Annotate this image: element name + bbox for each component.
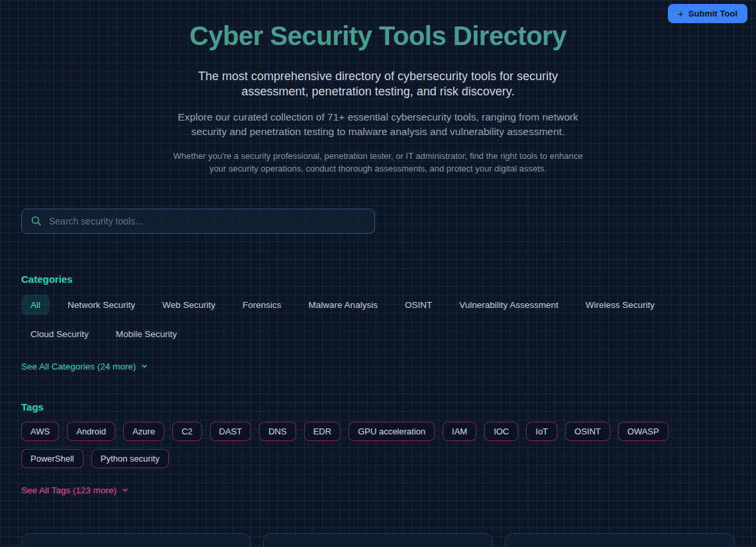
tool-card[interactable]: Wireshark Network protocol analyzer for … bbox=[263, 533, 493, 547]
chevron-down-icon bbox=[140, 362, 148, 370]
category-list: AllNetwork SecurityWeb SecurityForensics… bbox=[21, 295, 735, 344]
hero-tagline: Whether you're a security professional, … bbox=[173, 150, 584, 175]
see-all-categories-label: See All Categories (24 more) bbox=[21, 362, 136, 372]
plus-icon: + bbox=[678, 9, 684, 19]
tag-list: AWSAndroidAzureC2DASTDNSEDRGPU accelerat… bbox=[21, 422, 735, 468]
tag-pill[interactable]: EDR bbox=[304, 422, 341, 441]
tag-pill[interactable]: GPU acceleration bbox=[349, 422, 435, 441]
categories-heading: Categories bbox=[21, 274, 735, 285]
category-pill[interactable]: Forensics bbox=[233, 295, 291, 315]
chevron-down-icon bbox=[121, 486, 129, 494]
tag-pill[interactable]: Android bbox=[67, 422, 115, 441]
see-all-categories-link[interactable]: See All Categories (24 more) bbox=[21, 362, 148, 372]
tag-pill[interactable]: IoT bbox=[526, 422, 557, 441]
category-pill[interactable]: Web Security bbox=[153, 295, 225, 315]
tags-section: Tags AWSAndroidAzureC2DASTDNSEDRGPU acce… bbox=[21, 401, 735, 496]
hero-subtitle: The most comprehensive directory of cybe… bbox=[197, 69, 559, 99]
hero-section: + Submit Tool Cyber Security Tools Direc… bbox=[21, 0, 735, 175]
search-bar[interactable] bbox=[21, 209, 375, 234]
category-pill[interactable]: Vulnerability Assessment bbox=[450, 295, 568, 315]
category-pill[interactable]: Network Security bbox=[58, 295, 144, 315]
see-all-tags-link[interactable]: See All Tags (123 more) bbox=[21, 485, 129, 495]
tag-pill[interactable]: Azure bbox=[123, 422, 164, 441]
search-icon bbox=[30, 215, 42, 226]
tag-pill[interactable]: IAM bbox=[443, 422, 476, 441]
search-input[interactable] bbox=[49, 216, 366, 226]
category-pill[interactable]: OSINT bbox=[396, 295, 441, 315]
tag-pill[interactable]: AWS bbox=[21, 422, 59, 441]
submit-tool-label: Submit Tool bbox=[688, 9, 737, 19]
category-pill[interactable]: Malware Analysis bbox=[299, 295, 387, 315]
hero-description: Explore our curated collection of 71+ es… bbox=[171, 110, 585, 140]
see-all-tags-label: See All Tags (123 more) bbox=[21, 485, 117, 495]
tag-pill[interactable]: IOC bbox=[484, 422, 518, 441]
category-pill[interactable]: Mobile Security bbox=[107, 324, 186, 344]
category-pill[interactable]: All bbox=[21, 295, 50, 315]
tag-pill[interactable]: DAST bbox=[210, 422, 252, 441]
category-pill[interactable]: Wireless Security bbox=[576, 295, 664, 315]
cyber-security-tools-directory-page: + Submit Tool Cyber Security Tools Direc… bbox=[0, 0, 756, 547]
tool-card[interactable]: Burp Suite Integrated platform for web a… bbox=[505, 533, 735, 547]
tag-pill[interactable]: DNS bbox=[259, 422, 296, 441]
tag-pill[interactable]: OSINT bbox=[565, 422, 610, 441]
tag-pill[interactable]: Python security bbox=[91, 449, 169, 468]
category-pill[interactable]: Cloud Security bbox=[21, 324, 98, 344]
page-title: Cyber Security Tools Directory bbox=[21, 21, 735, 51]
tags-heading: Tags bbox=[21, 401, 735, 413]
categories-section: Categories AllNetwork SecurityWeb Securi… bbox=[21, 274, 735, 372]
tag-pill[interactable]: PowerShell bbox=[21, 449, 83, 468]
submit-tool-button[interactable]: + Submit Tool bbox=[668, 4, 747, 23]
tool-card-grid: Nmap Network security scanner for discov… bbox=[21, 533, 735, 547]
tag-pill[interactable]: OWASP bbox=[618, 422, 669, 441]
tag-pill[interactable]: C2 bbox=[172, 422, 202, 441]
tool-card[interactable]: Nmap Network security scanner for discov… bbox=[21, 533, 251, 547]
